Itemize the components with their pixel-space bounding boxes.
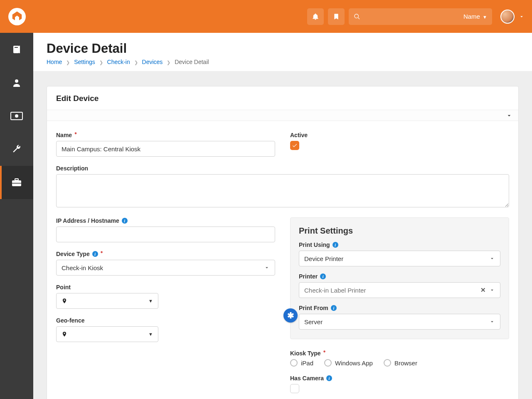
point-picker[interactable]: ▼ <box>56 293 158 309</box>
map-pin-icon <box>62 297 67 305</box>
has-camera-label: Has Camera <box>290 375 324 382</box>
printer-value: Check-in Label Printer <box>304 287 366 294</box>
caret-down-icon: ▼ <box>483 15 487 20</box>
page-header: Device Detail Home ❯ Settings ❯ Check-in… <box>33 33 532 71</box>
main-area: Device Detail Home ❯ Settings ❯ Check-in… <box>33 33 532 399</box>
panel-title: Edit Device <box>47 86 518 110</box>
app-logo[interactable] <box>8 8 26 25</box>
active-label: Active <box>290 132 308 138</box>
chevron-right-icon: ❯ <box>99 60 103 65</box>
kiosk-type-browser[interactable]: Browser <box>384 359 417 367</box>
info-icon[interactable]: i <box>320 273 326 279</box>
callout-badge: ✱ <box>283 308 298 323</box>
print-using-value: Device Printer <box>304 255 343 262</box>
print-from-label: Print From <box>299 305 328 311</box>
wrench-icon <box>12 144 22 154</box>
name-input[interactable] <box>56 141 275 157</box>
breadcrumb-settings[interactable]: Settings <box>74 59 95 65</box>
radio-icon <box>290 359 298 367</box>
sidebar-item-people[interactable] <box>0 66 33 99</box>
chevron-down-icon <box>489 319 495 325</box>
print-from-select[interactable]: Server <box>299 314 500 330</box>
money-icon <box>10 112 23 120</box>
kiosk-type-radios: iPad Windows App Browser <box>290 359 509 367</box>
caret-down-icon: ▼ <box>148 298 153 303</box>
svg-rect-2 <box>19 46 20 53</box>
active-checkbox[interactable] <box>290 141 299 150</box>
device-type-select[interactable]: Check-in Kiosk <box>56 260 275 276</box>
print-from-value: Server <box>304 318 323 325</box>
notifications-button[interactable] <box>307 8 324 25</box>
svg-rect-1 <box>15 47 18 48</box>
has-camera-checkbox[interactable] <box>290 384 299 393</box>
ip-label: IP Address / Hostname <box>56 217 119 224</box>
kiosk-type-windows[interactable]: Windows App <box>324 359 373 367</box>
breadcrumb-checkin[interactable]: Check-in <box>107 59 130 65</box>
briefcase-icon <box>11 178 22 187</box>
chevron-down-icon <box>519 14 525 20</box>
svg-rect-7 <box>15 179 18 180</box>
clear-icon[interactable]: ✕ <box>480 286 486 294</box>
kiosk-type-label: Kiosk Type <box>290 350 321 357</box>
info-icon[interactable]: i <box>326 375 332 381</box>
sidebar-item-finance[interactable] <box>0 99 33 133</box>
breadcrumb-home[interactable]: Home <box>47 59 62 65</box>
svg-rect-0 <box>13 46 19 53</box>
info-icon[interactable]: i <box>92 251 98 257</box>
sidebar-item-tools[interactable] <box>0 133 33 166</box>
radio-icon <box>384 359 391 367</box>
chevron-right-icon: ❯ <box>167 60 170 65</box>
edit-device-panel: Edit Device Name • <box>47 86 519 399</box>
description-label: Description <box>56 165 88 172</box>
map-pin-icon <box>62 330 67 338</box>
check-icon <box>292 143 298 148</box>
print-using-label: Print Using <box>299 241 330 248</box>
print-settings-title: Print Settings <box>299 226 500 236</box>
user-menu-caret[interactable] <box>519 14 525 20</box>
radio-icon <box>324 359 332 367</box>
chevron-right-icon: ❯ <box>134 60 138 65</box>
sidebar-item-book[interactable] <box>0 33 33 66</box>
rock-rms-logo-icon <box>11 10 23 23</box>
device-type-label: Device Type <box>56 251 90 257</box>
bell-icon <box>312 13 319 20</box>
breadcrumb: Home ❯ Settings ❯ Check-in ❯ Devices ❯ D… <box>47 59 519 65</box>
chevron-down-icon <box>264 265 270 271</box>
name-label: Name <box>56 132 72 138</box>
left-sidebar <box>0 33 33 399</box>
kiosk-type-ipad[interactable]: iPad <box>290 359 313 367</box>
breadcrumb-devices[interactable]: Devices <box>142 59 163 65</box>
description-textarea[interactable] <box>56 174 509 207</box>
print-settings-panel: ✱ Print Settings Print Using i Device Pr… <box>290 217 509 339</box>
chevron-right-icon: ❯ <box>66 60 70 65</box>
info-icon[interactable]: i <box>332 242 338 248</box>
breadcrumb-current: Device Detail <box>175 59 209 65</box>
ip-input[interactable] <box>56 227 275 242</box>
person-icon <box>12 78 22 88</box>
sidebar-item-admin[interactable] <box>0 166 33 199</box>
panel-collapse-toggle[interactable] <box>47 110 518 121</box>
global-search[interactable]: Name ▼ <box>349 8 492 25</box>
geofence-label: Geo-fence <box>56 317 84 324</box>
info-icon[interactable]: i <box>331 305 337 311</box>
svg-point-5 <box>15 114 18 118</box>
search-mode-label[interactable]: Name ▼ <box>463 13 487 20</box>
bookmark-icon <box>333 13 340 20</box>
chevron-down-icon <box>489 287 495 293</box>
user-avatar[interactable] <box>500 10 515 24</box>
app-header: Name ▼ <box>0 0 532 33</box>
device-type-value: Check-in Kiosk <box>62 264 103 271</box>
chevron-down-icon <box>506 112 512 119</box>
search-icon <box>354 13 360 20</box>
printer-select[interactable]: Check-in Label Printer ✕ <box>299 282 500 298</box>
bookmarks-button[interactable] <box>328 8 345 25</box>
book-icon <box>12 44 22 54</box>
caret-down-icon: ▼ <box>148 332 153 337</box>
point-label: Point <box>56 284 71 291</box>
geofence-picker[interactable]: ▼ <box>56 326 158 342</box>
info-icon[interactable]: i <box>122 218 128 224</box>
print-using-select[interactable]: Device Printer <box>299 251 500 266</box>
chevron-down-icon <box>489 256 495 261</box>
svg-rect-8 <box>12 183 21 184</box>
printer-label: Printer <box>299 273 318 280</box>
